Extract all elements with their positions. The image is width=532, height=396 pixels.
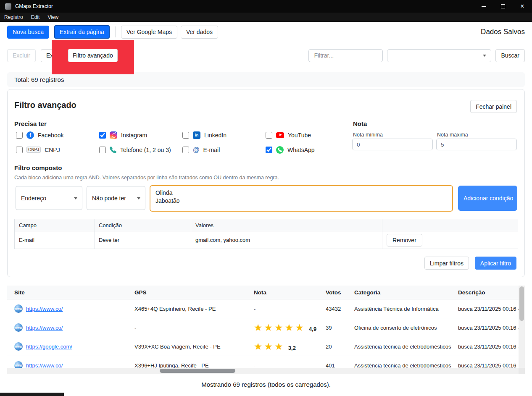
- rule-condicao-cell: Deve ter: [95, 231, 191, 249]
- close-icon: ×: [520, 3, 524, 10]
- dados-salvos-title: Dados Salvos: [481, 28, 525, 36]
- instagram-checkbox[interactable]: [99, 132, 106, 139]
- telefone-checkbox[interactable]: [99, 147, 106, 153]
- menu-view[interactable]: View: [47, 14, 58, 20]
- description-cell: busca 23/11/2025 00:16 -: [458, 344, 519, 350]
- horizontal-scrollbar[interactable]: [7, 368, 519, 374]
- remover-button[interactable]: Remover: [387, 234, 422, 247]
- table-row: wwwhttps://www.co/ X465+4Q Espinheiro, R…: [7, 299, 519, 318]
- app-icon: [5, 3, 11, 10]
- vertical-scrollbar-thumb[interactable]: [519, 286, 524, 321]
- checkbox-whatsapp[interactable]: WhatsApp: [266, 146, 349, 154]
- checkbox-label: Facebook: [38, 132, 63, 139]
- votes-cell: 43432: [326, 306, 354, 312]
- gps-cell: -: [134, 325, 254, 331]
- fechar-painel-button[interactable]: Fechar painel: [470, 100, 517, 113]
- checkbox-youtube[interactable]: YouTube: [266, 131, 349, 139]
- maximize-icon: [501, 4, 505, 8]
- excluir-button[interactable]: Excluir: [7, 49, 36, 62]
- rating-value: -: [254, 306, 255, 312]
- star-rating-icon: ★★★: [254, 342, 285, 351]
- description-cell: busca 23/11/2025 00:16 -: [458, 325, 519, 331]
- site-link[interactable]: https://www.co/: [26, 306, 63, 312]
- site-link[interactable]: https://www.co/: [26, 362, 63, 369]
- adicionar-condicao-button[interactable]: Adicionar condição: [458, 186, 517, 211]
- buscar-button[interactable]: Buscar: [495, 49, 525, 62]
- ver-google-maps-button[interactable]: Ver Google Maps: [121, 26, 177, 39]
- advanced-filter-panel: Filtro avançado Fechar painel Precisa te…: [7, 89, 525, 277]
- category-cell: Assistência técnica de eletrodomésticos: [354, 344, 458, 350]
- text-cursor: [180, 197, 180, 204]
- results-table: Site GPS Nota Votos Categoria Descrição …: [7, 286, 525, 374]
- website-globe-icon: www: [14, 323, 23, 332]
- checkbox-telefone[interactable]: Telefone (1, 2 ou 3): [99, 146, 182, 154]
- close-button[interactable]: ×: [513, 0, 532, 13]
- gps-cell: X465+4Q Espinheiro, Recife - PE: [134, 306, 254, 312]
- main-toolbar: Nova busca Extrair da página Ver Google …: [0, 22, 532, 42]
- website-globe-icon: www: [14, 361, 23, 368]
- gps-cell: V39X+XC Boa Viagem, Recife - PE: [134, 344, 254, 350]
- linkedin-icon: in: [193, 131, 200, 139]
- maximize-button[interactable]: [493, 0, 513, 13]
- nota-maxima-label: Nota máxima: [437, 132, 468, 138]
- nova-busca-button[interactable]: Nova busca: [7, 26, 49, 39]
- limpar-filtros-button[interactable]: Limpar filtros: [424, 257, 469, 270]
- scrollbar-corner: [519, 368, 525, 374]
- instagram-icon: [110, 131, 117, 139]
- whatsapp-checkbox[interactable]: [266, 147, 272, 153]
- star-rating-icon: ★★★★★: [254, 323, 306, 333]
- checkbox-cnpj[interactable]: CNPJ CNPJ: [16, 146, 99, 154]
- filtro-avancado-button[interactable]: Filtro avançado: [68, 49, 118, 62]
- extrair-da-pagina-button[interactable]: Extrair da página: [54, 25, 110, 39]
- description-cell: busca 23/11/2025 00:16 -: [458, 362, 519, 369]
- vertical-scrollbar[interactable]: [519, 286, 525, 368]
- filtro-composto-help-text: Cada bloco adiciona uma regra AND. Valor…: [14, 175, 279, 181]
- site-link[interactable]: https://www.co/: [26, 325, 63, 331]
- checkbox-instagram[interactable]: Instagram: [99, 131, 182, 139]
- total-registros-text: Total: 69 registros: [14, 76, 64, 83]
- field-select[interactable]: Endereço: [16, 186, 82, 210]
- ver-dados-button[interactable]: Ver dados: [181, 26, 218, 39]
- horizontal-scrollbar-thumb[interactable]: [160, 369, 235, 373]
- site-link[interactable]: https://google.com/: [26, 344, 72, 350]
- minimize-button[interactable]: [474, 0, 493, 13]
- rule-campo-cell: E-mail: [15, 231, 95, 249]
- checkbox-label: Instagram: [121, 132, 147, 139]
- nota-maxima-input[interactable]: [436, 139, 517, 150]
- email-checkbox[interactable]: [182, 147, 189, 153]
- values-textarea[interactable]: OlindaJaboatão: [150, 185, 453, 212]
- condition-select[interactable]: Não pode ter: [87, 186, 145, 210]
- checkbox-facebook[interactable]: f Facebook: [16, 131, 99, 139]
- col-header-votos: Votos: [326, 289, 354, 296]
- rating-value: -: [254, 362, 255, 369]
- category-select[interactable]: [387, 49, 491, 62]
- textarea-line: Jaboatão: [155, 197, 180, 204]
- facebook-checkbox[interactable]: [16, 132, 23, 139]
- menu-edit[interactable]: Edit: [31, 14, 40, 20]
- gps-cell: X396+HJ Iputinga, Recife - PE: [134, 362, 254, 369]
- facebook-icon: f: [26, 131, 34, 139]
- aplicar-filtro-button[interactable]: Aplicar filtro: [475, 257, 516, 270]
- email-at-icon: @: [193, 146, 200, 154]
- menu-bar: Registro Edit View: [0, 13, 532, 22]
- filtrar-input[interactable]: [308, 49, 383, 62]
- panel-title: Filtro avançado: [14, 100, 76, 110]
- nota-minima-input[interactable]: [352, 139, 433, 150]
- checkbox-label: LinkedIn: [204, 132, 226, 139]
- col-header-nota: Nota: [254, 289, 326, 296]
- checkbox-linkedin[interactable]: in LinkedIn: [182, 131, 266, 139]
- checkbox-label: YouTube: [288, 132, 311, 139]
- checkbox-label: E-mail: [203, 147, 220, 153]
- results-header: Site GPS Nota Votos Categoria Descrição: [7, 286, 519, 299]
- checkbox-email[interactable]: @ E-mail: [182, 146, 266, 154]
- rules-table-header: Campo Condição Valores: [15, 219, 518, 231]
- cnpj-checkbox[interactable]: [16, 147, 23, 153]
- must-have-checkboxes: f Facebook Instagram in LinkedIn YouTube…: [16, 131, 349, 154]
- votes-cell: 401: [326, 362, 354, 369]
- youtube-checkbox[interactable]: [266, 132, 272, 139]
- website-globe-icon: www: [14, 304, 23, 313]
- linkedin-checkbox[interactable]: [182, 132, 189, 139]
- menu-registro[interactable]: Registro: [4, 14, 23, 20]
- total-bar: Total: 69 registros: [7, 72, 525, 87]
- col-header-descricao: Descrição: [458, 289, 519, 296]
